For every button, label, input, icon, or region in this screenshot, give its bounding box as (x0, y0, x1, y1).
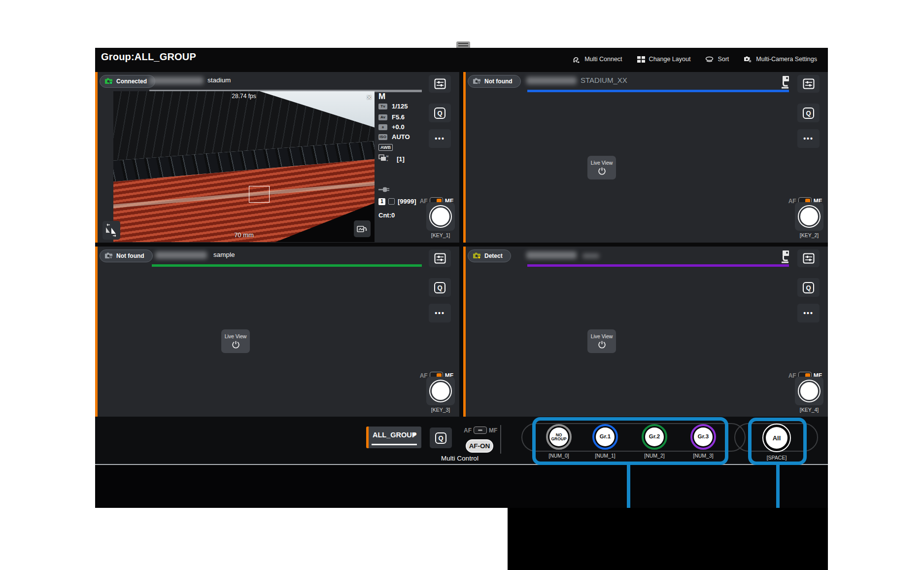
drive-mode-icon: H+ (378, 154, 388, 163)
q-icon: Q (435, 432, 446, 444)
panel-settings-button[interactable] (429, 249, 451, 267)
more-options-button[interactable]: ••• (797, 304, 820, 322)
quick-control-button[interactable]: Q (797, 104, 820, 122)
iso-icon: ISO (378, 134, 387, 140)
multi-control-bar: ALL_GROUP ▼ Q AF MF AF-ON Multi Control … (95, 417, 828, 508)
master-af-mf-toggle[interactable] (474, 427, 487, 434)
top-menu: Multi Connect Change Layout Sort Multi-C… (573, 53, 817, 66)
group-select-dropdown[interactable]: ALL_GROUP ▼ (366, 427, 421, 448)
page-title: Group:ALL_GROUP (101, 51, 196, 63)
caption-area (508, 508, 828, 570)
sliders-icon (803, 78, 815, 89)
change-layout-icon (637, 56, 645, 63)
drive-count: [1] (397, 155, 405, 163)
shortcut-key-label: [KEY_2] (795, 232, 823, 238)
close-icon[interactable]: × (367, 93, 372, 102)
master-af-mf-toggle-group: AF MF (464, 427, 497, 434)
panel-settings-button[interactable] (797, 249, 820, 267)
shutter-release-button[interactable] (426, 377, 455, 405)
af-on-button[interactable]: AF-ON (466, 439, 493, 453)
camera-not-found-icon (104, 252, 113, 260)
camera-ip-redacted (526, 251, 577, 259)
shutter-release-button[interactable] (795, 377, 823, 405)
shutter-release-button[interactable] (795, 202, 823, 231)
quick-control-button[interactable]: Q (429, 104, 451, 122)
more-icon: ••• (435, 309, 445, 317)
exposure-comp-icon: ± (378, 124, 387, 130)
shooting-mode: M (378, 92, 385, 102)
camera-name-redacted (582, 253, 599, 258)
panel-accent-bar (463, 72, 466, 243)
live-view-button[interactable]: Live View (587, 156, 616, 179)
camera-detect-icon (473, 252, 481, 260)
menu-multi-camera-settings[interactable]: Multi-Camera Settings (744, 56, 817, 63)
group-color-bar (152, 264, 422, 267)
shot-counter: Cnt:0 (378, 212, 395, 219)
camera-panel-4: Detect Q ••• Live View AF MF (463, 247, 828, 417)
record-checkbox[interactable] (388, 198, 395, 205)
more-options-button[interactable]: ••• (429, 304, 451, 322)
white-balance-badge: AWB (378, 144, 393, 151)
tv-icon: Tv (378, 104, 387, 109)
panel-accent-bar (95, 72, 98, 243)
exposure-comp-value: +0.0 (392, 123, 405, 131)
live-view-button[interactable]: Live View (221, 329, 250, 353)
q-icon: Q (434, 107, 445, 119)
screenshot-stage: Group:ALL_GROUP Multi Connect Change Lay… (0, 0, 924, 570)
group-color-bar (527, 264, 789, 267)
image-arrow-icon (357, 224, 368, 234)
camera-panel-1: Connected stadium 28.74 fps 70 mm × (95, 72, 459, 243)
panel-settings-button[interactable] (797, 75, 820, 93)
av-icon: Av (378, 114, 387, 120)
card-slot-badge: 1 (378, 198, 385, 205)
panel-settings-button[interactable] (429, 75, 451, 93)
app-window: Group:ALL_GROUP Multi Connect Change Lay… (95, 48, 828, 508)
bar-section-divider (500, 425, 501, 454)
camera-name: stadium (207, 76, 231, 84)
more-options-button[interactable]: ••• (429, 129, 451, 148)
camera-name: STADIUM_XX (581, 76, 627, 84)
more-icon: ••• (803, 135, 814, 142)
q-icon: Q (434, 282, 445, 293)
q-icon: Q (803, 107, 814, 119)
quick-control-button[interactable]: Q (797, 278, 820, 297)
window-drag-handle[interactable] (456, 41, 470, 48)
compare-view-button[interactable] (103, 221, 120, 240)
q-icon: Q (803, 282, 814, 293)
menu-change-layout[interactable]: Change Layout (637, 56, 691, 63)
sliders-icon (803, 253, 815, 264)
sort-icon (705, 56, 714, 63)
aperture-value: F5.6 (392, 113, 405, 121)
quick-control-button[interactable]: Q (429, 278, 451, 297)
fps-readout: 28.74 fps (113, 93, 375, 100)
power-icon (598, 167, 606, 176)
svg-text:+: + (386, 159, 388, 162)
more-options-button[interactable]: ••• (797, 129, 820, 148)
quick-control-button[interactable]: Q (430, 428, 452, 448)
menu-multi-connect[interactable]: Multi Connect (573, 56, 622, 63)
status-badge: Detect (468, 249, 511, 262)
shutter-release-button[interactable] (426, 202, 455, 231)
camera-ip-redacted (526, 77, 577, 84)
group-color-bar (527, 90, 789, 92)
panel-accent-bar (463, 247, 466, 417)
image-transfer-button[interactable] (354, 220, 371, 237)
camera-ip-redacted (149, 77, 204, 84)
live-view-button[interactable]: Live View (587, 329, 616, 353)
focal-length-readout: 70 mm (113, 231, 375, 239)
camera-connected-icon (104, 77, 113, 86)
sliders-icon (434, 78, 446, 89)
chevron-down-icon: ▼ (411, 431, 417, 438)
svg-text:H: H (386, 155, 388, 158)
bar-lower-area (95, 465, 828, 508)
camera-panel-3: Not found sample Q ••• Live View AF MF (95, 247, 459, 417)
shutter-speed-value: 1/125 (392, 103, 408, 110)
power-icon (232, 340, 240, 350)
power-icon (598, 340, 606, 350)
callout-group-buttons (532, 417, 728, 465)
menu-sort[interactable]: Sort (705, 56, 729, 63)
status-badge: Connected (100, 75, 155, 88)
remote-camera-icon (779, 249, 791, 266)
camera-panel-2: Not found STADIUM_XX Q ••• Live View AF (463, 72, 828, 243)
status-badge: Not found (100, 249, 153, 262)
